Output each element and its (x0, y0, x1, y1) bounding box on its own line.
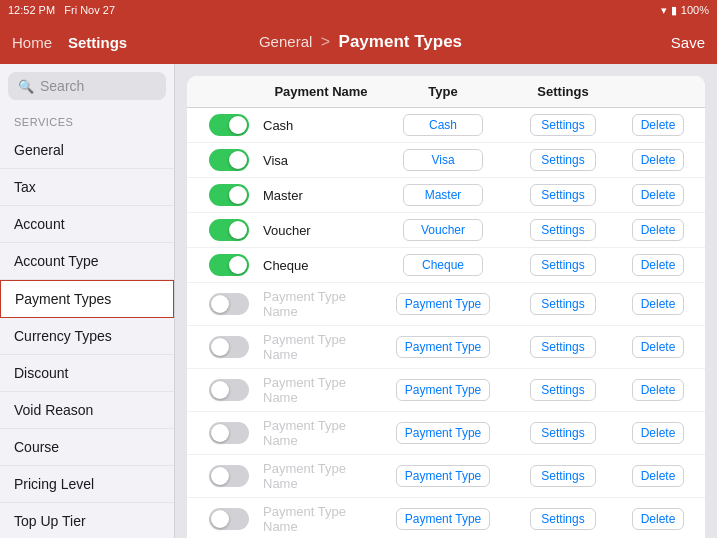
payment-name: Master (259, 188, 383, 203)
services-label: SERVICES (0, 108, 174, 132)
payment-name: Cash (259, 118, 383, 133)
type-button[interactable]: Master (403, 184, 483, 206)
delete-button[interactable]: Delete (632, 422, 685, 444)
type-button[interactable]: Payment Type (396, 465, 491, 487)
header-left: Home Settings (12, 34, 187, 51)
settings-button[interactable]: Settings (530, 422, 595, 444)
type-button[interactable]: Payment Type (396, 336, 491, 358)
payment-name: Payment Type Name (259, 461, 383, 491)
delete-button[interactable]: Delete (632, 293, 685, 315)
toggle-switch[interactable] (209, 254, 249, 276)
settings-cell: Settings (503, 422, 623, 444)
delete-button[interactable]: Delete (632, 336, 685, 358)
payment-name: Payment Type Name (259, 332, 383, 362)
save-button[interactable]: Save (671, 34, 705, 51)
table-row: MasterMasterSettingsDelete (187, 178, 705, 213)
toggle-switch[interactable] (209, 184, 249, 206)
sidebar-item-discount[interactable]: Discount (0, 355, 174, 392)
type-button[interactable]: Payment Type (396, 379, 491, 401)
toggle-cell (199, 149, 259, 171)
delete-button[interactable]: Delete (632, 149, 685, 171)
delete-cell: Delete (623, 219, 693, 241)
delete-button[interactable]: Delete (632, 184, 685, 206)
search-bar[interactable]: 🔍 Search (8, 72, 166, 100)
delete-cell: Delete (623, 465, 693, 487)
sidebar-item-account-type[interactable]: Account Type (0, 243, 174, 280)
delete-cell: Delete (623, 379, 693, 401)
settings-button[interactable]: Settings (530, 465, 595, 487)
delete-button[interactable]: Delete (632, 254, 685, 276)
settings-button[interactable]: Settings (530, 379, 595, 401)
toggle-switch[interactable] (209, 379, 249, 401)
settings-button[interactable]: Settings (530, 293, 595, 315)
battery-icon: ▮ (671, 4, 677, 17)
settings-button[interactable]: Settings (530, 254, 595, 276)
table-row: VoucherVoucherSettingsDelete (187, 213, 705, 248)
settings-cell: Settings (503, 379, 623, 401)
type-cell: Master (383, 184, 503, 206)
sidebar-item-top-up-tier[interactable]: Top Up Tier (0, 503, 174, 538)
type-button[interactable]: Visa (403, 149, 483, 171)
header-center: General > Payment Types (187, 32, 530, 52)
sidebar-item-course[interactable]: Course (0, 429, 174, 466)
sidebar-item-void-reason[interactable]: Void Reason (0, 392, 174, 429)
sidebar-item-payment-types[interactable]: Payment Types (0, 280, 174, 318)
col-delete (623, 84, 693, 99)
type-button[interactable]: Voucher (403, 219, 483, 241)
table-row: Payment Type NamePayment TypeSettingsDel… (187, 369, 705, 412)
sidebar-list: GeneralTaxAccountAccount TypePayment Typ… (0, 132, 174, 538)
settings-cell: Settings (503, 293, 623, 315)
type-button[interactable]: Cheque (403, 254, 483, 276)
delete-button[interactable]: Delete (632, 508, 685, 530)
delete-button[interactable]: Delete (632, 379, 685, 401)
settings-nav[interactable]: Settings (68, 34, 127, 51)
col-toggle (199, 84, 259, 99)
delete-cell: Delete (623, 508, 693, 530)
toggle-cell (199, 219, 259, 241)
col-settings: Settings (503, 84, 623, 99)
type-button[interactable]: Payment Type (396, 293, 491, 315)
settings-button[interactable]: Settings (530, 336, 595, 358)
payment-name: Voucher (259, 223, 383, 238)
col-type: Type (383, 84, 503, 99)
settings-cell: Settings (503, 336, 623, 358)
delete-button[interactable]: Delete (632, 114, 685, 136)
sidebar-item-account[interactable]: Account (0, 206, 174, 243)
type-button[interactable]: Payment Type (396, 508, 491, 530)
delete-button[interactable]: Delete (632, 219, 685, 241)
toggle-switch[interactable] (209, 422, 249, 444)
type-button[interactable]: Payment Type (396, 422, 491, 444)
settings-button[interactable]: Settings (530, 114, 595, 136)
delete-cell: Delete (623, 336, 693, 358)
settings-button[interactable]: Settings (530, 219, 595, 241)
sidebar-item-tax[interactable]: Tax (0, 169, 174, 206)
col-payment-name: Payment Name (259, 84, 383, 99)
delete-button[interactable]: Delete (632, 465, 685, 487)
table-row: Payment Type NamePayment TypeSettingsDel… (187, 326, 705, 369)
payment-types-card: Payment Name Type Settings CashCashSetti… (187, 76, 705, 538)
toggle-switch[interactable] (209, 336, 249, 358)
sidebar-item-pricing-level[interactable]: Pricing Level (0, 466, 174, 503)
toggle-switch[interactable] (209, 219, 249, 241)
type-cell: Payment Type (383, 336, 503, 358)
table-header: Payment Name Type Settings (187, 76, 705, 108)
toggle-cell (199, 422, 259, 444)
toggle-switch[interactable] (209, 508, 249, 530)
toggle-switch[interactable] (209, 465, 249, 487)
home-nav[interactable]: Home (12, 34, 52, 51)
toggle-switch[interactable] (209, 293, 249, 315)
sidebar-item-currency-types[interactable]: Currency Types (0, 318, 174, 355)
table-row: Payment Type NamePayment TypeSettingsDel… (187, 412, 705, 455)
sidebar-item-general[interactable]: General (0, 132, 174, 169)
toggle-switch[interactable] (209, 149, 249, 171)
delete-cell: Delete (623, 184, 693, 206)
table-row: CashCashSettingsDelete (187, 108, 705, 143)
status-right: ▾ ▮ 100% (661, 4, 709, 17)
battery-level: 100% (681, 4, 709, 16)
type-button[interactable]: Cash (403, 114, 483, 136)
settings-button[interactable]: Settings (530, 149, 595, 171)
settings-button[interactable]: Settings (530, 508, 595, 530)
settings-button[interactable]: Settings (530, 184, 595, 206)
payment-name: Payment Type Name (259, 375, 383, 405)
toggle-switch[interactable] (209, 114, 249, 136)
